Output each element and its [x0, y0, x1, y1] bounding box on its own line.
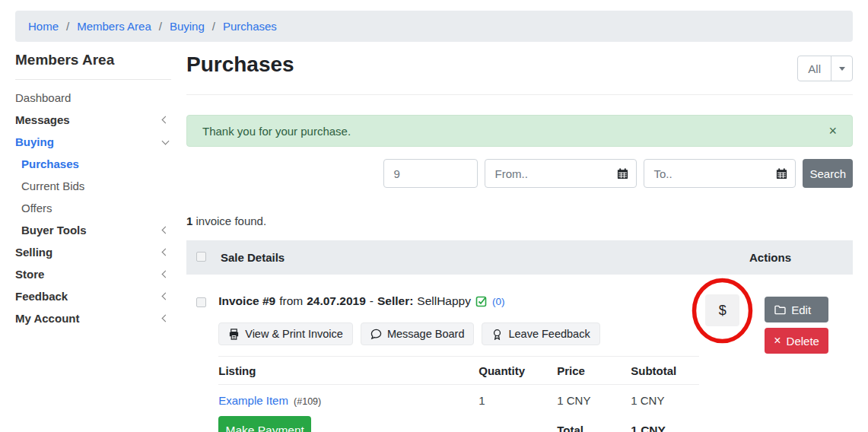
check-square-icon: [475, 295, 488, 307]
chevron-left-icon: [162, 315, 170, 322]
button-label: Delete: [787, 335, 819, 348]
breadcrumb-purchases[interactable]: Purchases: [223, 20, 277, 33]
sidebar-item-buyer-tools[interactable]: Buyer Tools: [15, 219, 171, 241]
sale-details-header: Sale Details: [221, 251, 749, 264]
sidebar: Members Area Dashboard Messages Buying P…: [15, 52, 171, 329]
listing-item-link[interactable]: Example Item: [218, 394, 288, 407]
sidebar-item-label: Offers: [21, 202, 52, 214]
row-checkbox[interactable]: [196, 297, 206, 307]
select-all-checkbox[interactable]: [196, 252, 206, 262]
date-to-input[interactable]: [653, 167, 768, 180]
message-board-button[interactable]: Message Board: [361, 322, 475, 345]
total-label: Total: [557, 416, 631, 432]
actions-header: Actions: [749, 251, 853, 264]
sidebar-item-store[interactable]: Store: [15, 263, 171, 285]
delete-button[interactable]: × Delete: [765, 328, 828, 354]
date-from-field[interactable]: [485, 159, 637, 188]
leave-feedback-button[interactable]: Leave Feedback: [482, 322, 599, 345]
sidebar-item-label: Store: [15, 268, 44, 281]
listing-column-header: Listing: [218, 357, 479, 385]
x-icon: ×: [774, 335, 781, 347]
sidebar-item-selling[interactable]: Selling: [15, 241, 171, 263]
results-count: 1 invoice found.: [186, 214, 853, 227]
sidebar-item-label: Purchases: [21, 157, 79, 170]
date-from-input[interactable]: [494, 167, 609, 180]
success-alert: Thank you for your purchase. ×: [186, 115, 853, 147]
alert-message: Thank you for your purchase.: [202, 125, 351, 138]
sidebar-item-label: Messages: [15, 113, 70, 126]
breadcrumb: Home / Members Area / Buying / Purchases: [15, 11, 853, 42]
calendar-icon: [617, 168, 628, 179]
sidebar-item-label: Selling: [15, 246, 52, 259]
button-label: Message Board: [387, 328, 465, 340]
price-column-header: Price: [557, 357, 631, 385]
listing-row: Example Item (#109) 1 1 CNY 1 CNY: [218, 385, 699, 410]
printer-icon: [228, 329, 240, 340]
sidebar-item-dashboard[interactable]: Dashboard: [15, 87, 171, 109]
make-payment-button[interactable]: Make Payment: [218, 416, 311, 432]
listing-item-id: (#109): [294, 396, 321, 407]
chevron-left-icon: [162, 227, 170, 234]
invoice-from-word: from: [279, 294, 303, 308]
sidebar-item-my-account[interactable]: My Account: [15, 307, 171, 329]
view-print-invoice-button[interactable]: View & Print Invoice: [218, 322, 353, 345]
row-actions: $ Edit × Delete: [699, 294, 853, 432]
date-to-field[interactable]: [644, 159, 796, 188]
total-row: Make Payment Total 1 CNY: [218, 410, 699, 432]
edit-button[interactable]: Edit: [765, 297, 828, 322]
chevron-left-icon: [162, 293, 170, 300]
sidebar-item-label: My Account: [15, 312, 79, 325]
breadcrumb-buying[interactable]: Buying: [170, 20, 205, 33]
invoice-number-input[interactable]: [383, 159, 478, 188]
invoice-actions-row: View & Print Invoice Message Board: [218, 322, 699, 345]
listing-price: 1 CNY: [557, 385, 631, 410]
calendar-icon: [776, 168, 787, 179]
chevron-down-icon: [162, 137, 170, 145]
breadcrumb-members-area[interactable]: Members Area: [77, 20, 151, 33]
button-label: Edit: [791, 303, 811, 316]
invoice-number: Invoice #9: [218, 294, 275, 308]
search-button[interactable]: Search: [803, 159, 853, 188]
chevron-left-icon: [162, 249, 170, 256]
sidebar-item-purchases[interactable]: Purchases: [15, 153, 171, 175]
invoice-summary: Invoice #9 from 24.07.2019 - Seller: Sel…: [218, 294, 699, 308]
results-count-number: 1: [186, 214, 192, 227]
sidebar-item-current-bids[interactable]: Current Bids: [15, 175, 171, 197]
speech-bubble-icon: [370, 329, 382, 340]
sidebar-item-label: Current Bids: [21, 179, 84, 192]
breadcrumb-separator: /: [159, 20, 162, 33]
listing-subtotal: 1 CNY: [631, 385, 699, 410]
status-filter-dropdown[interactable]: All: [797, 56, 853, 81]
main-content: Purchases All Thank you for your purchas…: [186, 49, 853, 432]
sidebar-item-label: Feedback: [15, 290, 68, 303]
sidebar-item-messages[interactable]: Messages: [15, 109, 171, 131]
total-value: 1 CNY: [631, 416, 699, 432]
listing-quantity: 1: [479, 385, 557, 410]
button-label: Leave Feedback: [508, 328, 590, 340]
quantity-column-header: Quantity: [479, 357, 557, 385]
status-filter-selected[interactable]: All: [798, 56, 831, 81]
invoice-date: 24.07.2019: [307, 294, 366, 308]
sidebar-item-offers[interactable]: Offers: [15, 197, 171, 219]
table-header-row: Sale Details Actions: [186, 240, 853, 275]
breadcrumb-separator: /: [66, 20, 69, 33]
close-icon[interactable]: ×: [828, 124, 837, 138]
sidebar-item-feedback[interactable]: Feedback: [15, 285, 171, 307]
payment-dollar-button[interactable]: $: [705, 294, 739, 326]
title-divider: [186, 94, 853, 95]
chevron-left-icon: [162, 271, 170, 278]
sidebar-item-label: Dashboard: [15, 91, 71, 104]
sidebar-title: Members Area: [15, 52, 171, 80]
breadcrumb-home[interactable]: Home: [28, 20, 59, 33]
sidebar-item-buying[interactable]: Buying: [15, 131, 171, 153]
purchases-table: Sale Details Actions Invoice #9 from 24.…: [186, 240, 853, 432]
feedback-count-link[interactable]: (0): [492, 296, 505, 307]
table-row: Invoice #9 from 24.07.2019 - Seller: Sel…: [186, 275, 853, 432]
sidebar-item-label: Buyer Tools: [21, 224, 87, 237]
page-title: Purchases: [186, 53, 294, 77]
breadcrumb-separator: /: [212, 20, 215, 33]
caret-down-icon: [839, 67, 845, 71]
chevron-left-icon: [162, 116, 170, 124]
dropdown-caret-button[interactable]: [831, 56, 852, 81]
folder-icon: [774, 305, 786, 315]
